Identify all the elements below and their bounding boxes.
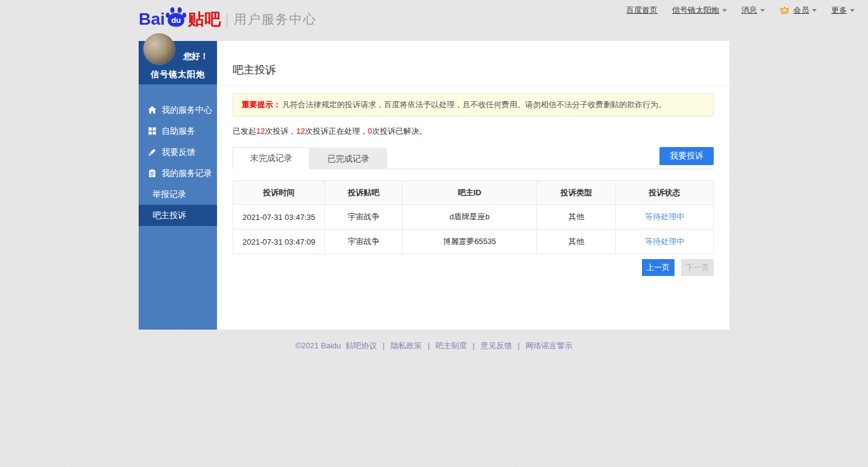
cell-status: 等待处理中 (616, 230, 714, 254)
stats-text: 次投诉正在处理， (305, 127, 368, 136)
home-icon (148, 105, 157, 114)
footer-link-rumor-warning[interactable]: 网络谣言警示 (526, 341, 573, 350)
greeting-text: 您好！ (183, 51, 209, 62)
footer-separator: | (518, 341, 520, 350)
sidebar-item-service-center[interactable]: 我的服务中心 (139, 99, 217, 121)
footer-link-agreement[interactable]: 贴吧协议 (345, 341, 377, 350)
page: Bai du 贴吧 | 用户服务中心 百度首页 信号镜太阳炮 (0, 0, 868, 467)
sidebar-menu: 我的服务中心 自助服务 我要反馈 我的服务记录 举 (139, 84, 217, 226)
status-link[interactable]: 等待处理中 (645, 237, 684, 246)
complaint-stats: 已发起12次投诉，12次投诉正在处理，0次投诉已解决。 (233, 126, 714, 137)
stats-total-count: 12 (256, 127, 265, 136)
header: Bai du 贴吧 | 用户服务中心 百度首页 信号镜太阳炮 (0, 0, 868, 41)
nav-baidu-home-link[interactable]: 百度首页 (626, 5, 658, 16)
cell-tieba: 宇宙战争 (325, 230, 403, 254)
footer-link-bazhu-system[interactable]: 吧主制度 (435, 341, 467, 350)
prev-page-button[interactable]: 上一页 (642, 259, 675, 276)
tab-unfinished-records[interactable]: 未完成记录 (233, 147, 310, 169)
logo-separator: | (225, 11, 229, 28)
sidebar-item-self-service[interactable]: 自助服务 (139, 121, 217, 142)
nav-baidu-home-label: 百度首页 (626, 5, 658, 16)
cell-type: 其他 (536, 230, 616, 254)
logo-subtitle: 用户服务中心 (234, 11, 317, 28)
nav-more-dropdown[interactable]: 更多 (831, 5, 855, 16)
sidebar-item-label: 吧主投诉 (153, 210, 186, 221)
col-header-tieba: 投诉贴吧 (325, 181, 403, 205)
footer-link-privacy[interactable]: 隐私政策 (391, 341, 422, 350)
baidu-paw-icon: du (165, 5, 187, 30)
table-header-row: 投诉时间 投诉贴吧 吧主ID 投诉类型 投诉状态 (233, 181, 714, 205)
nav-messages-dropdown[interactable]: 消息 (741, 5, 765, 16)
sidebar-item-label: 我要反馈 (162, 147, 195, 158)
user-info-box: 您好！ 信号镜太阳炮 (139, 41, 217, 84)
nav-username-dropdown[interactable]: 信号镜太阳炮 (672, 5, 727, 16)
notice-text: 凡符合法律规定的投诉请求，百度将依法予以处理，且不收任何费用。请勿相信不法分子收… (282, 100, 666, 109)
content-card: 吧主投诉 重要提示：凡符合法律规定的投诉请求，百度将依法予以处理，且不收任何费用… (217, 41, 729, 330)
logo-text-tieba: 贴吧 (188, 8, 222, 30)
clipboard-icon (148, 169, 157, 178)
nav-member-dropdown[interactable]: 会员 (779, 5, 817, 16)
top-nav: 百度首页 信号镜太阳炮 消息 会员 更 (626, 5, 855, 16)
chevron-down-icon (722, 9, 727, 12)
logo-text-bai: Bai (139, 10, 165, 29)
chevron-down-icon (812, 9, 817, 12)
sidebar-item-report-records[interactable]: 举报记录 (139, 184, 217, 205)
grid-icon (148, 127, 157, 136)
cell-owner-id: 博麗霊夢65535 (403, 230, 536, 254)
col-header-type: 投诉类型 (536, 181, 616, 205)
user-avatar[interactable] (143, 33, 175, 64)
pencil-icon (148, 148, 157, 157)
svg-text:du: du (171, 16, 181, 25)
col-header-status: 投诉状态 (616, 181, 714, 205)
sidebar-item-bazhu-complaint[interactable]: 吧主投诉 (139, 205, 217, 226)
member-crown-icon (779, 5, 790, 16)
cell-owner-id: d盾牌星座b (403, 205, 536, 230)
footer-separator: | (383, 341, 385, 350)
complaints-table: 投诉时间 投诉贴吧 吧主ID 投诉类型 投诉状态 2021-07-31 03:4… (233, 180, 714, 254)
complain-button[interactable]: 我要投诉 (659, 147, 714, 165)
cell-time: 2021-07-31 03:47:35 (233, 205, 325, 230)
sidebar-item-label: 举报记录 (153, 189, 186, 200)
tab-finished-records[interactable]: 已完成记录 (310, 148, 387, 169)
stats-text: 次投诉已解决。 (372, 127, 427, 136)
nav-more-label: 更多 (831, 5, 847, 16)
next-page-button[interactable]: 下一页 (681, 259, 714, 276)
footer-separator: | (473, 341, 474, 350)
notice-label: 重要提示： (242, 100, 281, 109)
table-row: 2021-07-31 03:47:35 宇宙战争 d盾牌星座b 其他 等待处理中 (233, 205, 714, 230)
sidebar-item-label: 我的服务中心 (162, 105, 212, 116)
footer-link-feedback[interactable]: 意见反馈 (480, 341, 512, 350)
sidebar-username: 信号镜太阳炮 (139, 69, 217, 80)
cell-tieba: 宇宙战争 (325, 205, 403, 230)
cell-status: 等待处理中 (616, 205, 714, 230)
nav-messages-label: 消息 (741, 5, 757, 16)
footer-separator: | (427, 341, 429, 350)
nav-username-label: 信号镜太阳炮 (672, 5, 719, 16)
sidebar: 您好！ 信号镜太阳炮 我的服务中心 自助服务 我要反馈 (139, 41, 217, 330)
cell-time: 2021-07-31 03:47:09 (233, 230, 325, 254)
pagination: 上一页 下一页 (233, 259, 714, 276)
table-row: 2021-07-31 03:47:09 宇宙战争 博麗霊夢65535 其他 等待… (233, 230, 714, 254)
sidebar-item-feedback[interactable]: 我要反馈 (139, 142, 217, 163)
footer: ©2021 Baidu 贴吧协议 | 隐私政策 | 吧主制度 | 意见反馈 | … (0, 340, 868, 351)
chevron-down-icon (760, 9, 765, 12)
tab-bar: 未完成记录 已完成记录 我要投诉 (233, 147, 714, 169)
sidebar-item-label: 自助服务 (162, 126, 195, 137)
col-header-owner-id: 吧主ID (403, 181, 536, 205)
nav-member-label: 会员 (793, 5, 809, 16)
important-notice: 重要提示：凡符合法律规定的投诉请求，百度将依法予以处理，且不收任何费用。请勿相信… (233, 93, 714, 116)
status-link[interactable]: 等待处理中 (645, 212, 684, 221)
baidu-tieba-logo[interactable]: Bai du 贴吧 | 用户服务中心 (139, 7, 317, 31)
stats-text: 次投诉， (265, 127, 296, 136)
stats-processing-count: 12 (296, 127, 304, 136)
chevron-down-icon (850, 9, 855, 12)
cell-type: 其他 (536, 205, 616, 230)
sidebar-item-service-records[interactable]: 我的服务记录 (139, 163, 217, 184)
sidebar-item-label: 我的服务记录 (162, 168, 212, 179)
col-header-time: 投诉时间 (233, 181, 325, 205)
copyright-text: ©2021 Baidu (295, 341, 341, 350)
page-title: 吧主投诉 (217, 41, 729, 86)
stats-text: 已发起 (233, 127, 256, 136)
